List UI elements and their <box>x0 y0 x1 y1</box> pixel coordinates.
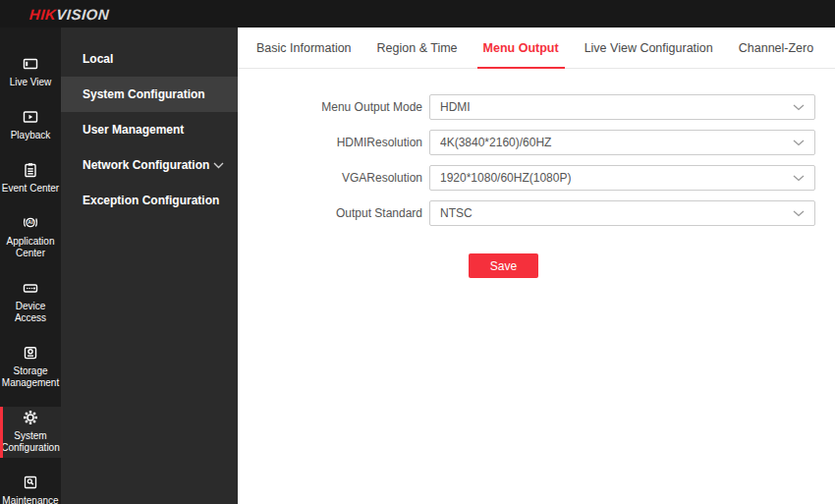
tab-basic-information[interactable]: Basic Information <box>256 28 352 68</box>
menu-sidebar: Local System Configuration User Manageme… <box>61 28 238 504</box>
sidebar-item-system-configuration[interactable]: System Configuration <box>0 407 61 458</box>
menu-item-label: Exception Configuration <box>83 194 219 207</box>
sidebar-item-label: Storage Management <box>1 365 60 389</box>
menu-output-form: Menu Output Mode HDMI HDMIResolution 4K(… <box>238 94 835 278</box>
sidebar-item-playback[interactable]: Playback <box>0 106 61 145</box>
chevron-down-icon <box>793 140 805 146</box>
sidebar-item-storage-management[interactable]: Storage Management <box>0 342 61 393</box>
top-bar: HIKVISION <box>0 0 835 28</box>
sidebar-item-label: Playback <box>11 130 51 141</box>
logo-vision: VISION <box>56 6 110 23</box>
hdmi-resolution-value: 4K(3840*2160)/60HZ <box>440 136 785 149</box>
playback-icon <box>22 108 39 126</box>
system-configuration-icon <box>22 409 39 426</box>
menu-item-system-configuration[interactable]: System Configuration <box>61 77 238 112</box>
sidebar-item-label: Live View <box>10 77 52 88</box>
svg-text:AI: AI <box>28 219 33 225</box>
form-row: HDMIResolution 4K(3840*2160)/60HZ <box>238 130 835 155</box>
sidebar-item-label: System Configuration <box>1 430 60 454</box>
device-access-icon <box>22 279 39 297</box>
chevron-down-icon <box>793 104 805 111</box>
sidebar-item-label: Application Center <box>1 236 60 259</box>
output-standard-select[interactable]: NTSC <box>429 200 815 226</box>
output-standard-label: Output Standard <box>238 206 429 220</box>
sidebar-item-application-center[interactable]: AI Application Center <box>0 212 61 263</box>
tab-menu-output[interactable]: Menu Output <box>483 28 559 68</box>
sidebar-item-live-view[interactable]: Live View <box>0 53 61 92</box>
menu-item-user-management[interactable]: User Management <box>61 112 238 147</box>
menu-output-mode-label: Menu Output Mode <box>238 100 429 114</box>
tab-bar: Basic Information Region & Time Menu Out… <box>238 28 835 69</box>
chevron-down-icon <box>213 162 224 169</box>
application-center-icon: AI <box>22 214 39 232</box>
sidebar-item-label: Event Center <box>2 183 59 195</box>
maintenance-security-icon <box>22 474 39 491</box>
event-center-icon <box>22 161 39 179</box>
output-standard-value: NTSC <box>440 206 785 220</box>
chevron-down-icon <box>793 210 805 217</box>
menu-item-exception-configuration[interactable]: Exception Configuration <box>61 183 238 218</box>
form-row: VGAResolution 1920*1080/60HZ(1080P) <box>238 165 835 191</box>
form-row: Output Standard NTSC <box>238 200 835 226</box>
sidebar-item-maintenance-and-security[interactable]: Maintenance and Security <box>0 472 61 504</box>
hikvision-logo: HIKVISION <box>28 6 109 23</box>
content-area: Basic Information Region & Time Menu Out… <box>238 28 835 504</box>
menu-item-network-configuration[interactable]: Network Configuration <box>61 147 238 183</box>
menu-output-mode-select[interactable]: HDMI <box>429 94 815 120</box>
tab-channel-zero[interactable]: Channel-Zero <box>739 28 813 68</box>
vga-resolution-value: 1920*1080/60HZ(1080P) <box>440 171 785 185</box>
logo-hik: HIK <box>28 6 57 23</box>
menu-item-label: System Configuration <box>83 87 205 101</box>
icon-sidebar: Live View Playback Event Center AI Appli… <box>0 28 61 504</box>
sidebar-item-device-access[interactable]: Device Access <box>0 277 61 328</box>
tab-live-view-configuration[interactable]: Live View Configuration <box>584 28 713 68</box>
menu-item-label: Local <box>83 52 113 66</box>
sidebar-item-event-center[interactable]: Event Center <box>0 159 61 198</box>
menu-output-mode-value: HDMI <box>440 100 785 114</box>
menu-item-local[interactable]: Local <box>61 41 238 77</box>
vga-resolution-label: VGAResolution <box>238 171 429 185</box>
form-row: Menu Output Mode HDMI <box>238 94 835 120</box>
save-button[interactable]: Save <box>469 253 538 278</box>
hdmi-resolution-select[interactable]: 4K(3840*2160)/60HZ <box>429 130 815 155</box>
live-view-icon <box>22 55 39 73</box>
hdmi-resolution-label: HDMIResolution <box>238 136 429 149</box>
vga-resolution-select[interactable]: 1920*1080/60HZ(1080P) <box>429 165 815 191</box>
tab-region-time[interactable]: Region & Time <box>377 28 458 68</box>
menu-item-label: Network Configuration <box>83 158 209 172</box>
sidebar-item-label: Device Access <box>1 301 60 324</box>
storage-management-icon <box>22 344 39 362</box>
chevron-down-icon <box>793 175 805 182</box>
sidebar-item-label: Maintenance and Security <box>1 495 60 504</box>
menu-item-label: User Management <box>83 123 184 137</box>
